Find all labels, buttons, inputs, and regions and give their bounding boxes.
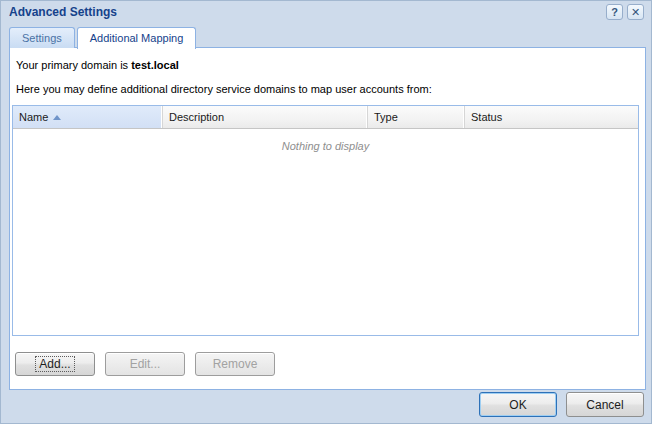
tab-strip: Settings Additional Mapping [9,27,196,49]
remove-button[interactable]: Remove [195,352,275,376]
edit-button[interactable]: Edit... [105,352,185,376]
table-body: Nothing to display [13,140,638,152]
empty-table-message: Nothing to display [13,140,638,152]
column-header-description[interactable]: Description [163,106,368,128]
add-button-label: Add... [35,356,74,372]
help-icon[interactable]: ? [606,4,623,20]
add-button[interactable]: Add... [15,352,95,376]
column-header-name-label: Name [19,111,48,123]
domains-table: Name Description Type Status Nothing to … [12,105,639,336]
tab-settings[interactable]: Settings [9,27,75,48]
additional-mapping-panel: Your primary domain is test.local Here y… [9,47,646,390]
sort-asc-icon [53,115,61,120]
instruction-text: Here you may define additional directory… [16,83,432,95]
column-header-type[interactable]: Type [368,106,465,128]
cancel-button[interactable]: Cancel [566,392,644,417]
table-action-buttons: Add... Edit... Remove [15,352,275,376]
primary-domain-value: test.local [131,59,179,71]
tab-additional-mapping[interactable]: Additional Mapping [77,27,197,49]
ok-button[interactable]: OK [479,392,557,417]
primary-domain-prefix: Your primary domain is [16,59,131,71]
advanced-settings-dialog: Advanced Settings ? ✕ Settings Additiona… [0,0,652,424]
primary-domain-text: Your primary domain is test.local [16,59,179,71]
column-header-name[interactable]: Name [13,106,163,128]
column-header-status[interactable]: Status [465,106,638,128]
dialog-tools: ? ✕ [606,4,644,20]
dialog-footer-buttons: OK Cancel [479,392,644,417]
table-header-row: Name Description Type Status [13,106,638,129]
dialog-title: Advanced Settings [9,5,117,19]
close-icon[interactable]: ✕ [627,4,644,20]
